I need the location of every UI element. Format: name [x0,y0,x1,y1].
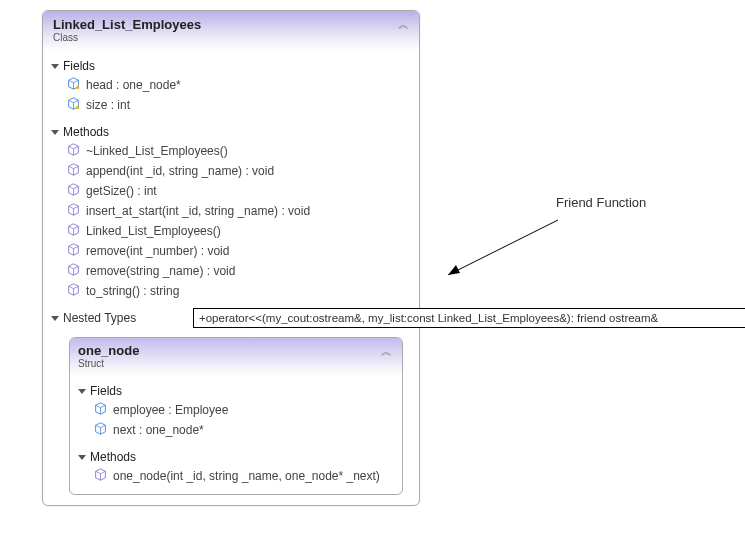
method-icon [67,203,80,219]
method-label: ~Linked_List_Employees() [86,144,228,158]
list-item: insert_at_start(int _id, string _name) :… [51,201,411,221]
expand-triangle-icon [78,455,86,460]
list-item: employee : Employee [78,400,394,420]
method-label: Linked_List_Employees() [86,224,221,238]
class-header: Linked_List_Employees Class ︽ [43,11,419,51]
struct-header: one_node Struct ︽ [70,338,402,376]
list-item: append(int _id, string _name) : void [51,161,411,181]
methods-section: Methods ~Linked_List_Employees() append(… [43,117,419,303]
collapse-chevron-icon[interactable]: ︽ [381,344,392,359]
expand-triangle-icon [51,130,59,135]
field-label: next : one_node* [113,423,204,437]
fields-section-title[interactable]: Fields [51,59,411,73]
class-kind: Class [53,32,409,43]
struct-methods-section: Methods one_node(int _id, string _name, … [70,442,402,494]
svg-line-1 [448,220,558,275]
method-icon [67,163,80,179]
field-label: head : one_node* [86,78,181,92]
field-private-icon [67,77,80,93]
method-label: remove(int _number) : void [86,244,229,258]
section-label: Methods [90,450,136,464]
list-item: head : one_node* [51,75,411,95]
list-item: getSize() : int [51,181,411,201]
section-label: Fields [63,59,95,73]
struct-diagram-box: one_node Struct ︽ Fields employee : Empl… [69,337,403,495]
section-label: Fields [90,384,122,398]
svg-marker-2 [448,265,460,275]
method-icon [94,468,107,484]
fields-section-title[interactable]: Fields [78,384,394,398]
expand-triangle-icon [51,316,59,321]
expand-triangle-icon [51,64,59,69]
method-icon [67,183,80,199]
list-item: Linked_List_Employees() [51,221,411,241]
fields-section: Fields head : one_node* size : int [43,51,419,117]
method-icon [67,263,80,279]
field-icon [94,422,107,438]
struct-kind: Struct [78,358,394,369]
method-label: to_string() : string [86,284,179,298]
class-diagram-box: Linked_List_Employees Class ︽ Fields hea… [42,10,420,506]
list-item: remove(string _name) : void [51,261,411,281]
class-name: Linked_List_Employees [53,17,409,32]
collapse-chevron-icon[interactable]: ︽ [398,17,409,32]
list-item: one_node(int _id, string _name, one_node… [78,466,394,486]
method-label: one_node(int _id, string _name, one_node… [113,469,380,483]
method-label: remove(string _name) : void [86,264,235,278]
struct-name: one_node [78,343,394,358]
field-label: size : int [86,98,130,112]
method-label: insert_at_start(int _id, string _name) :… [86,204,310,218]
field-private-icon [67,97,80,113]
method-icon [67,283,80,299]
list-item: size : int [51,95,411,115]
list-item: to_string() : string [51,281,411,301]
list-item: ~Linked_List_Employees() [51,141,411,161]
friend-function-annotation: Friend Function [556,195,646,210]
annotation-arrow-icon [438,215,568,275]
method-icon [67,223,80,239]
section-label: Nested Types [63,311,136,325]
field-icon [94,402,107,418]
method-icon [67,143,80,159]
list-item: remove(int _number) : void [51,241,411,261]
list-item: next : one_node* [78,420,394,440]
expand-triangle-icon [78,389,86,394]
friend-function-box: +operator<<(my_cout:ostream&, my_list:co… [193,308,745,328]
field-label: employee : Employee [113,403,228,417]
method-icon [67,243,80,259]
section-label: Methods [63,125,109,139]
method-label: append(int _id, string _name) : void [86,164,274,178]
method-label: getSize() : int [86,184,157,198]
methods-section-title[interactable]: Methods [51,125,411,139]
methods-section-title[interactable]: Methods [78,450,394,464]
nested-types-section: Nested Types +operator<<(my_cout:ostream… [43,303,419,505]
struct-fields-section: Fields employee : Employee next : one_no… [70,376,402,442]
